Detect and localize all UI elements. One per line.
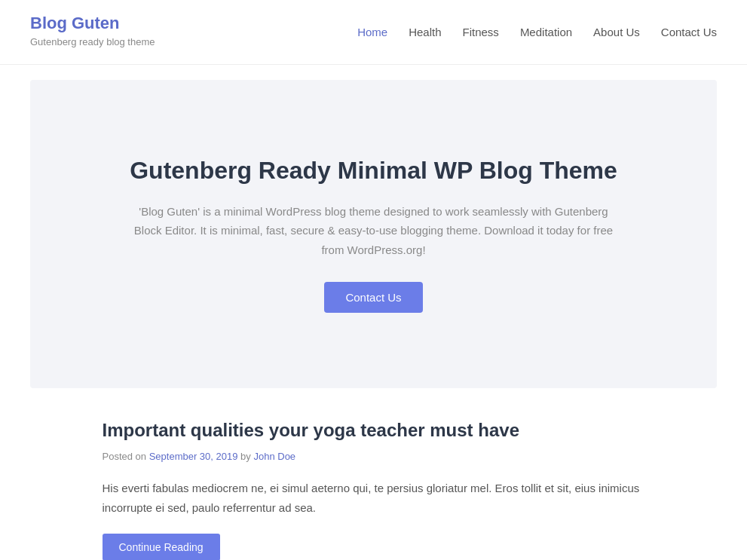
site-nav: Home Health Fitness Meditation About Us … — [357, 23, 717, 41]
site-title[interactable]: Blog Guten — [30, 14, 155, 33]
site-tagline: Gutenberg ready blog theme — [30, 35, 155, 50]
post-excerpt: His everti fabulas mediocrem ne, ei simu… — [103, 479, 645, 517]
post-article: Important qualities your yoga teacher mu… — [103, 418, 645, 560]
site-branding: Blog Guten Gutenberg ready blog theme — [30, 14, 155, 50]
nav-about-us[interactable]: About Us — [593, 23, 640, 41]
hero-description: 'Blog Guten' is a minimal WordPress blog… — [133, 202, 615, 260]
site-header: Blog Guten Gutenberg ready blog theme Ho… — [0, 0, 747, 65]
nav-meditation[interactable]: Meditation — [520, 23, 572, 41]
continue-reading-button[interactable]: Continue Reading — [103, 534, 220, 560]
hero-title: Gutenberg Ready Minimal WP Blog Theme — [130, 155, 617, 187]
post-date[interactable]: September 30, 2019 — [149, 451, 238, 462]
blog-section: Important qualities your yoga teacher mu… — [72, 418, 675, 560]
nav-home[interactable]: Home — [357, 23, 387, 41]
hero-contact-button[interactable]: Contact Us — [324, 282, 422, 313]
hero-section: Gutenberg Ready Minimal WP Blog Theme 'B… — [30, 80, 717, 388]
post-meta: Posted on September 30, 2019 by John Doe — [103, 449, 645, 465]
nav-health[interactable]: Health — [409, 23, 441, 41]
nav-fitness[interactable]: Fitness — [463, 23, 499, 41]
post-title: Important qualities your yoga teacher mu… — [103, 418, 645, 442]
post-author[interactable]: John Doe — [253, 451, 295, 462]
nav-contact-us[interactable]: Contact Us — [661, 23, 717, 41]
